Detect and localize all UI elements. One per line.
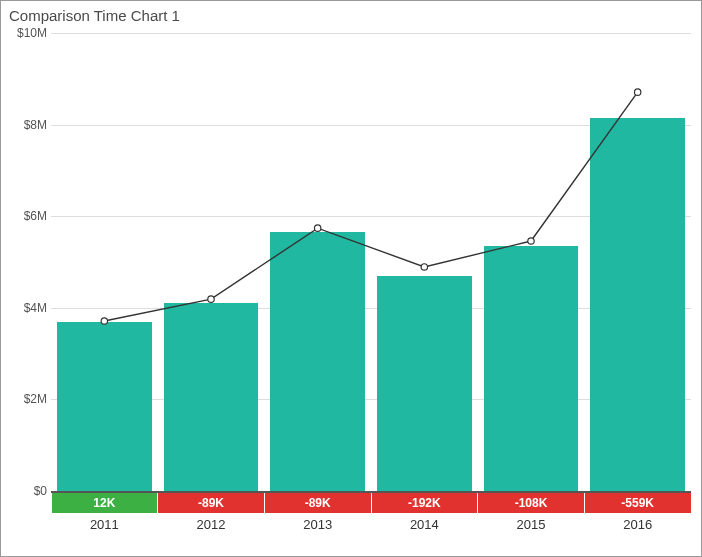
x-tick-label: 2011 <box>51 517 158 535</box>
y-tick-label: $10M <box>9 26 47 40</box>
chart-container: Comparison Time Chart 1 $0 $2M $4M $6M $… <box>0 0 702 557</box>
delta-badge: -192K <box>372 493 478 513</box>
x-tick-label: 2016 <box>584 517 691 535</box>
delta-badge-label: -89K <box>198 496 224 510</box>
delta-badge-label: -192K <box>408 496 441 510</box>
line-point <box>314 225 320 231</box>
line-point <box>528 238 534 244</box>
delta-badge-label: -108K <box>515 496 548 510</box>
delta-badge: -559K <box>585 493 691 513</box>
y-tick-label: $6M <box>9 209 47 223</box>
line-point <box>634 89 640 95</box>
x-tick-label: 2012 <box>158 517 265 535</box>
delta-badge: 12K <box>52 493 158 513</box>
x-tick-label: 2015 <box>478 517 585 535</box>
delta-badge-label: -89K <box>305 496 331 510</box>
x-tick-label: 2013 <box>264 517 371 535</box>
y-tick-label: $4M <box>9 301 47 315</box>
line-point <box>421 264 427 270</box>
line-point <box>101 318 107 324</box>
y-tick-label: $8M <box>9 118 47 132</box>
line-series <box>51 33 691 491</box>
chart-title: Comparison Time Chart 1 <box>9 7 180 24</box>
plot-area: $0 $2M $4M $6M $8M $10M <box>51 33 691 491</box>
x-tick-label: 2014 <box>371 517 478 535</box>
delta-badge: -89K <box>158 493 264 513</box>
line-point <box>208 296 214 302</box>
y-tick-label: $2M <box>9 392 47 406</box>
delta-badge: -108K <box>478 493 584 513</box>
delta-badge-row: 12K -89K -89K -192K -108K -559K <box>51 493 691 513</box>
delta-badge-label: -559K <box>621 496 654 510</box>
delta-badge-label: 12K <box>93 496 115 510</box>
delta-badge: -89K <box>265 493 371 513</box>
x-axis: 2011 2012 2013 2014 2015 2016 <box>51 517 691 535</box>
y-tick-label: $0 <box>9 484 47 498</box>
